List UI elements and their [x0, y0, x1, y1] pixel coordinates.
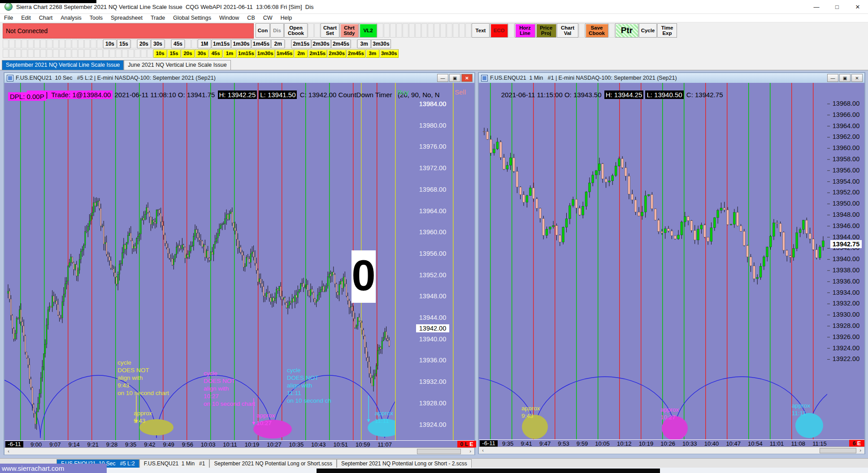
- toolbar-button-3m[interactable]: 3m: [357, 39, 371, 48]
- toolbar-button-2m30s[interactable]: 2m30s: [312, 39, 331, 48]
- minimize-icon[interactable]: —: [437, 74, 448, 82]
- toolbar-button-30s[interactable]: 30s: [195, 49, 208, 58]
- toolbar-button-time-exp[interactable]: Time Exp: [657, 23, 677, 38]
- toolbar-button-2m30s[interactable]: 2m30s: [327, 49, 346, 58]
- menu-item-trade[interactable]: Trade: [147, 15, 169, 21]
- window-tab[interactable]: F.US.ENQU21 1 Min #1: [139, 459, 210, 468]
- toolbar-slot: [378, 23, 383, 38]
- toolbar-button-20s[interactable]: 20s: [137, 39, 151, 48]
- toolbar-button-dis[interactable]: Dis: [270, 23, 284, 38]
- toolbar-button-1m45s[interactable]: 1m45s: [252, 39, 271, 48]
- vertical-time-line: [115, 83, 116, 440]
- toolbar-button-30s[interactable]: 30s: [151, 39, 165, 48]
- close-icon[interactable]: ✕: [847, 0, 868, 13]
- toolbar-button-10s[interactable]: 10s: [103, 39, 117, 48]
- menu-bar: FileEditChartAnalysisToolsSpreadsheetTra…: [0, 14, 868, 22]
- price-scale-label: 13952.00: [417, 271, 449, 279]
- restore-icon[interactable]: ▣: [449, 74, 460, 82]
- menu-item-analysis[interactable]: Analysis: [56, 15, 86, 21]
- toolbar-button-1m30s[interactable]: 1m30s: [231, 39, 251, 48]
- vertical-time-line: [619, 83, 620, 439]
- toolbar-button-10s[interactable]: 10s: [153, 49, 167, 58]
- close-icon[interactable]: ✕: [461, 74, 473, 82]
- toolbar-button-15s[interactable]: 15s: [117, 39, 130, 48]
- menu-item-cw[interactable]: CW: [259, 15, 277, 21]
- toolbar-button-vl2[interactable]: VL2: [359, 23, 377, 38]
- minimize-icon[interactable]: —: [827, 74, 838, 82]
- toolbar-button-15s[interactable]: 15s: [167, 49, 181, 58]
- toolbar-button-3m30s[interactable]: 3m30s: [371, 39, 391, 48]
- toolbar-button-text[interactable]: Text: [472, 23, 490, 38]
- scrollbar-thumb[interactable]: [417, 449, 461, 454]
- minimize-icon[interactable]: —: [806, 0, 827, 13]
- vertical-time-line: [598, 83, 598, 439]
- toolbar-button-1m15s[interactable]: 1m15s: [237, 49, 256, 58]
- toolbar-button-3m30s[interactable]: 3m30s: [380, 49, 399, 58]
- chartbook-tab[interactable]: June 2021 NQ Vertical Line Scale Issue: [124, 60, 230, 70]
- buy-label[interactable]: Buy: [397, 88, 409, 96]
- restore-icon[interactable]: ▣: [839, 74, 851, 82]
- menu-item-help[interactable]: Help: [277, 15, 296, 21]
- toolbar-button-cycle[interactable]: Cycle: [639, 23, 657, 38]
- toolbar-button-open-cbook[interactable]: Open Cbook: [284, 23, 308, 38]
- scroll-right-icon[interactable]: ›: [467, 448, 473, 454]
- toolbar-button-1m[interactable]: 1m: [223, 49, 236, 58]
- toolbar-button-horz-line[interactable]: Horz Line: [515, 23, 535, 38]
- window-tab[interactable]: September 2021 NQ Potential Long or Shor…: [209, 459, 336, 468]
- toolbar-button-con[interactable]: Con: [256, 23, 270, 38]
- menu-item-tools[interactable]: Tools: [86, 15, 107, 21]
- toolbar-button-2m[interactable]: 2m: [294, 49, 308, 58]
- toolbar-button-45s[interactable]: 45s: [209, 49, 222, 58]
- chartbook-tab[interactable]: September 2021 NQ Vertical Line Scale Is…: [2, 60, 124, 70]
- chart-window-titlebar[interactable]: F.US.ENQU21 1 Min #1 | E-mini NASDAQ-100…: [479, 73, 864, 83]
- menu-item-global-settings[interactable]: Global Settings: [169, 15, 215, 21]
- menu-item-edit[interactable]: Edit: [17, 15, 35, 21]
- horizontal-scrollbar[interactable]: ‹ ›: [479, 447, 864, 454]
- toolbar: Not Connected ConDisOpen CbookChart SetC…: [0, 22, 868, 59]
- toolbar-button-2m[interactable]: 2m: [271, 39, 285, 48]
- time-axis-label: 10:54: [748, 440, 763, 447]
- toolbar-button-3m[interactable]: 3m: [366, 49, 379, 58]
- scrollbar-thumb[interactable]: [820, 448, 856, 453]
- scroll-left-icon[interactable]: ‹: [5, 448, 12, 454]
- toolbar-button-1m45s[interactable]: 1m45s: [275, 49, 294, 58]
- price-scale-label: 13928.00: [417, 400, 449, 407]
- horizontal-scrollbar[interactable]: ‹ ›: [4, 447, 474, 455]
- menu-item-spreadsheet[interactable]: Spreadsheet: [107, 15, 147, 21]
- toolbar-button-2m45s[interactable]: 2m45s: [347, 49, 365, 58]
- toolbar-button-chart-val[interactable]: Chart Val: [557, 23, 578, 38]
- toolbar-button-2m15s[interactable]: 2m15s: [291, 39, 311, 48]
- toolbar-button-20s[interactable]: 20s: [181, 49, 195, 58]
- time-axis-label: 10:19: [245, 441, 260, 448]
- sell-label[interactable]: Sell: [455, 88, 466, 96]
- scroll-left-icon[interactable]: ‹: [480, 447, 486, 453]
- menu-item-cb[interactable]: CB: [243, 15, 259, 21]
- time-axis-label: 10:11: [223, 441, 237, 448]
- toolbar-button-45s[interactable]: 45s: [171, 39, 185, 48]
- toolbar-button-chart-set[interactable]: Chart Set: [321, 23, 339, 38]
- scroll-right-icon[interactable]: ›: [857, 447, 864, 453]
- vertical-time-line: [91, 83, 92, 440]
- menu-item-file[interactable]: File: [0, 15, 17, 21]
- window-tab[interactable]: September 2021 NQ Potential Long or Shor…: [337, 459, 472, 468]
- chart-window-1min[interactable]: F.US.ENQU21 1 Min #1 | E-mini NASDAQ-100…: [478, 72, 865, 454]
- toolbar-button-1m15s[interactable]: 1m15s: [212, 39, 231, 48]
- toolbar-button-2m45s[interactable]: 2m45s: [331, 39, 351, 48]
- toolbar-button-save-cbook[interactable]: Save Cbook: [585, 23, 608, 38]
- toolbar-button-1m30s[interactable]: 1m30s: [256, 49, 275, 58]
- chart-window-titlebar[interactable]: F.US.ENQU21 10 Sec #5 L:2 | E-mini NASDA…: [4, 73, 474, 83]
- toolbar-button-chrt-stdy[interactable]: Chrt Stdy: [340, 23, 359, 38]
- toolbar-button-price-proj[interactable]: Price Proj: [536, 23, 556, 38]
- menu-item-window[interactable]: Window: [215, 15, 243, 21]
- toolbar-button-ptr[interactable]: Ptr: [615, 23, 638, 38]
- high-value: H: 13944.25: [604, 90, 644, 99]
- toolbar-button-eco[interactable]: ECO: [490, 23, 508, 38]
- toolbar-button-1m[interactable]: 1M: [198, 39, 211, 48]
- toolbar-button-2m15s[interactable]: 2m15s: [308, 49, 327, 58]
- maximize-icon[interactable]: □: [827, 0, 847, 13]
- chart-window-10sec[interactable]: F.US.ENQU21 10 Sec #5 L:2 | E-mini NASDA…: [4, 72, 475, 455]
- chart-layers: [479, 83, 864, 439]
- menu-item-chart[interactable]: Chart: [35, 15, 57, 21]
- close-icon[interactable]: ✕: [851, 74, 863, 82]
- chart-plot[interactable]: [479, 83, 864, 439]
